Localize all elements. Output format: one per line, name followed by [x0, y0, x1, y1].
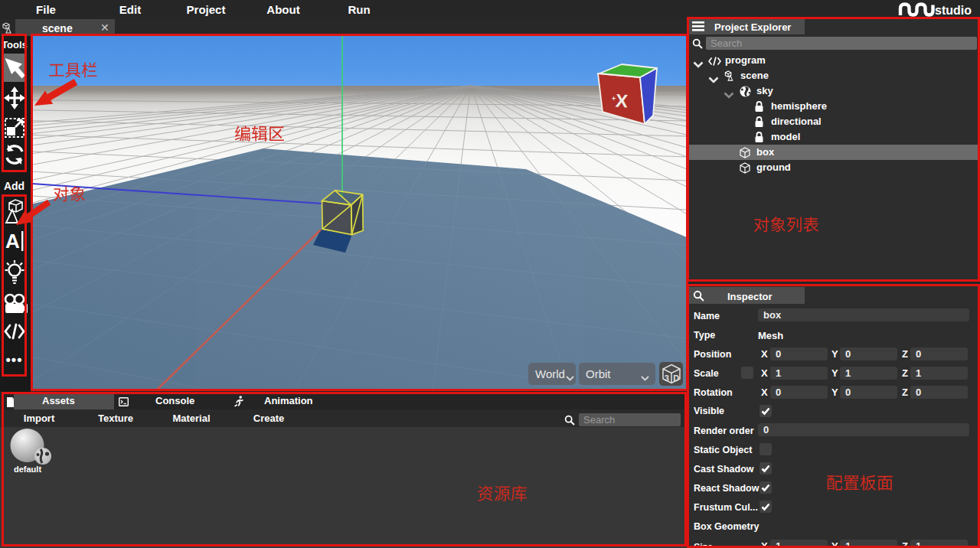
svg-text:D: D: [673, 373, 679, 383]
svg-text:studio: studio: [935, 4, 972, 17]
svg-text:A: A: [5, 230, 20, 253]
svg-text:3: 3: [665, 373, 669, 383]
svg-text:X: X: [615, 90, 629, 111]
